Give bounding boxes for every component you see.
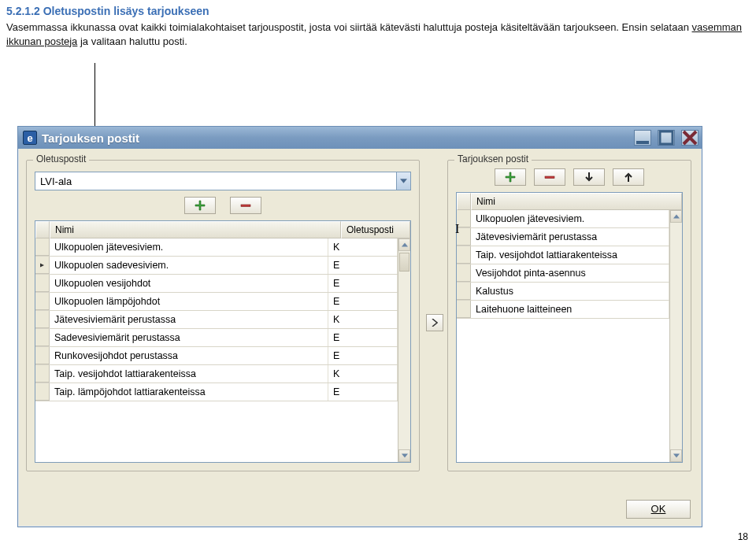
cell-default: E bbox=[328, 383, 398, 401]
row-header[interactable] bbox=[35, 238, 50, 256]
right-scrollbar[interactable] bbox=[669, 210, 682, 462]
scroll-up-icon bbox=[673, 214, 680, 219]
cell-name: Sadevesiviemärit perustassa bbox=[50, 329, 328, 346]
table-row[interactable]: Taip. lämpöjohdot lattiarakenteissaE bbox=[35, 383, 398, 401]
left-remove-button[interactable] bbox=[230, 197, 261, 214]
ok-button[interactable]: OK bbox=[626, 500, 691, 519]
maximize-button[interactable] bbox=[658, 130, 675, 146]
cell-default: K bbox=[328, 238, 398, 256]
left-table[interactable]: Nimi Oletusposti Ulkopuolen jätevesiviem… bbox=[35, 220, 411, 463]
row-header[interactable] bbox=[457, 246, 471, 264]
minimize-icon bbox=[635, 130, 650, 146]
left-col-name[interactable]: Nimi bbox=[50, 221, 341, 238]
right-table[interactable]: Nimi Ulkopuolen jätevesiviem.Jätevesivie… bbox=[456, 192, 683, 463]
table-row[interactable]: Taip. vesijohdot lattiarakenteissaK bbox=[35, 365, 398, 383]
cell-name: Ulkopuolen jätevesiviem. bbox=[471, 210, 669, 227]
row-header[interactable] bbox=[35, 329, 50, 346]
close-button[interactable] bbox=[681, 130, 699, 146]
table-row[interactable]: Kalustus bbox=[457, 283, 669, 301]
app-window: e Tarjouksen postit Oletuspostit LVI-ala bbox=[17, 126, 702, 527]
row-header[interactable] bbox=[35, 293, 50, 310]
scroll-up-icon bbox=[402, 242, 408, 247]
row-header[interactable] bbox=[457, 283, 471, 300]
plus-icon bbox=[504, 171, 517, 183]
scroll-down-button[interactable] bbox=[670, 449, 682, 462]
scrollbar-thumb[interactable] bbox=[399, 253, 410, 272]
doc-heading: 5.2.1.2 Oletuspostin lisäys tarjoukseen bbox=[6, 5, 750, 17]
cell-default: E bbox=[328, 293, 398, 310]
group-offer-posts: Tarjouksen postit Nimi bbox=[447, 160, 691, 471]
scroll-down-icon bbox=[673, 453, 680, 458]
row-header[interactable] bbox=[457, 301, 471, 318]
row-header[interactable] bbox=[35, 365, 50, 383]
table-row[interactable]: Jätevesiviemärit perustassa bbox=[457, 228, 669, 246]
move-up-button[interactable] bbox=[613, 168, 644, 186]
minus-icon bbox=[543, 171, 556, 183]
right-remove-button[interactable] bbox=[534, 168, 565, 186]
move-down-button[interactable] bbox=[573, 168, 605, 186]
cell-name: Ulkopuolen vesijohdot bbox=[50, 275, 328, 292]
cell-name: Taip. lämpöjohdot lattiarakenteissa bbox=[50, 383, 328, 401]
cell-default: E bbox=[328, 275, 398, 292]
table-row[interactable]: Ulkopuolen sadevesiviem.E bbox=[35, 257, 398, 275]
row-header[interactable] bbox=[35, 383, 50, 401]
caret-down-icon bbox=[400, 179, 407, 183]
left-col-default[interactable]: Oletusposti bbox=[341, 221, 410, 238]
arrow-down-icon bbox=[583, 171, 595, 183]
category-combobox[interactable]: LVI-ala bbox=[35, 172, 411, 190]
cell-default: E bbox=[328, 257, 398, 274]
row-header[interactable] bbox=[35, 257, 50, 274]
cell-name: Kalustus bbox=[471, 283, 669, 300]
cell-name: Jätevesiviemärit perustassa bbox=[471, 228, 669, 246]
minimize-button[interactable] bbox=[634, 130, 651, 146]
table-row[interactable]: Ulkopuolen lämpöjohdotE bbox=[35, 293, 398, 311]
doc-para-c: ja valitaan haluttu posti. bbox=[77, 35, 187, 47]
table-row[interactable]: Jätevesiviemärit perustassaK bbox=[35, 311, 398, 329]
table-row[interactable]: Taip. vesijohdot lattiarakenteissa bbox=[457, 246, 669, 264]
scroll-down-button[interactable] bbox=[398, 449, 410, 462]
group-default-posts: Oletuspostit LVI-ala Nimi O bbox=[26, 160, 420, 471]
cell-name: Laitehuone laitteineen bbox=[471, 301, 669, 318]
page-number: 18 bbox=[738, 531, 748, 542]
close-icon bbox=[682, 130, 698, 146]
scroll-up-button[interactable] bbox=[398, 238, 410, 251]
plus-icon bbox=[194, 199, 206, 212]
doc-para-a: Vasemmassa ikkunassa ovat kaikki toimial… bbox=[6, 21, 692, 33]
category-combobox-value: LVI-ala bbox=[35, 176, 396, 187]
right-add-button[interactable] bbox=[495, 168, 526, 186]
minus-icon bbox=[239, 199, 252, 212]
left-scrollbar[interactable] bbox=[398, 238, 410, 462]
table-row[interactable]: Laitehuone laitteineen bbox=[457, 301, 669, 319]
row-header[interactable] bbox=[457, 228, 471, 246]
left-table-corner bbox=[35, 221, 50, 238]
maximize-icon bbox=[658, 130, 674, 146]
doc-paragraph: Vasemmassa ikkunassa ovat kaikki toimial… bbox=[0, 20, 756, 51]
cell-name: Taip. vesijohdot lattiarakenteissa bbox=[471, 246, 669, 264]
scroll-down-icon bbox=[402, 453, 408, 458]
cell-default: E bbox=[328, 329, 398, 346]
row-header[interactable] bbox=[35, 311, 50, 328]
table-row[interactable]: Ulkopuolen vesijohdotE bbox=[35, 275, 398, 293]
cell-default: E bbox=[328, 347, 398, 364]
right-col-name[interactable]: Nimi bbox=[471, 193, 682, 210]
table-row[interactable]: Ulkopuolen jätevesiviem. bbox=[457, 210, 669, 228]
table-row[interactable]: Ulkopuolen jätevesiviem.K bbox=[35, 238, 398, 257]
scroll-up-button[interactable] bbox=[670, 210, 682, 223]
row-header[interactable] bbox=[35, 275, 50, 292]
move-right-button[interactable] bbox=[426, 314, 443, 331]
table-row[interactable]: Vesijohdot pinta-asennus bbox=[457, 264, 669, 283]
left-add-button[interactable] bbox=[184, 197, 216, 214]
table-row[interactable]: Runkovesijohdot perustassaE bbox=[35, 347, 398, 365]
table-row[interactable]: Sadevesiviemärit perustassaE bbox=[35, 329, 398, 347]
cell-name: Ulkopuolen sadevesiviem. bbox=[50, 257, 328, 274]
combobox-caret[interactable] bbox=[396, 172, 410, 190]
cell-name: Ulkopuolen lämpöjohdot bbox=[50, 293, 328, 310]
cell-name: Runkovesijohdot perustassa bbox=[50, 347, 328, 364]
row-header[interactable] bbox=[35, 347, 50, 364]
cell-name: Jätevesiviemärit perustassa bbox=[50, 311, 328, 328]
row-header[interactable] bbox=[457, 210, 471, 227]
row-header[interactable] bbox=[457, 264, 471, 282]
cell-default: K bbox=[328, 311, 398, 328]
window-title: Tarjouksen postit bbox=[42, 131, 628, 145]
right-table-corner bbox=[457, 193, 471, 210]
